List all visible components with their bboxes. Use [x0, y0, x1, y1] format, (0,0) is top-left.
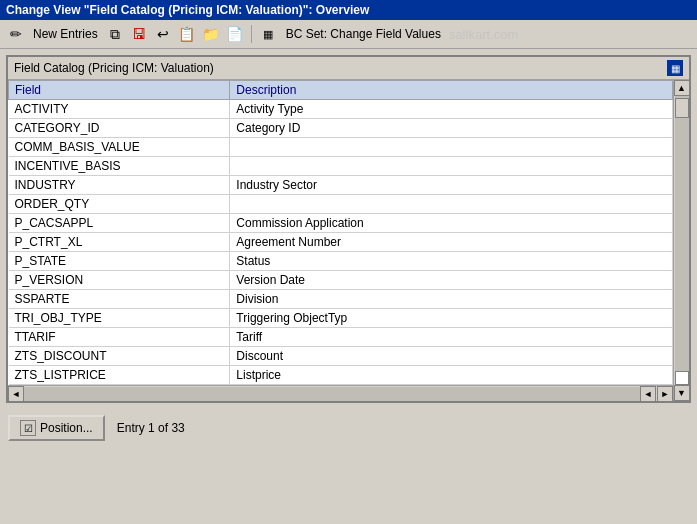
cell-field: P_VERSION	[9, 271, 230, 290]
bc-icon: ▦	[258, 24, 278, 44]
cell-description: Triggering ObjectTyp	[230, 309, 673, 328]
horizontal-scrollbar: ◄ ◄ ►	[8, 385, 673, 401]
cell-description: Agreement Number	[230, 233, 673, 252]
position-icon: ☑	[20, 420, 36, 436]
table-row[interactable]: ACTIVITYActivity Type	[9, 100, 673, 119]
table-header-row: Field Catalog (Pricing ICM: Valuation) ▦	[8, 57, 689, 80]
cell-description: Status	[230, 252, 673, 271]
h-scroll-track[interactable]	[24, 387, 640, 401]
watermark: sallkart.com	[449, 27, 518, 42]
h-scroll-left-btn[interactable]: ◄	[8, 386, 24, 402]
cell-description: Category ID	[230, 119, 673, 138]
bc-set-label: BC Set: Change Field Values	[286, 27, 441, 41]
toolbar: ✏ New Entries ⧉ 🖫 ↩ 📋 📁 📄 ▦ BC Set: Chan…	[0, 20, 697, 49]
cell-description	[230, 195, 673, 214]
table-row[interactable]: CATEGORY_IDCategory ID	[9, 119, 673, 138]
cell-description: Activity Type	[230, 100, 673, 119]
table-row[interactable]: ORDER_QTY	[9, 195, 673, 214]
cell-description: Version Date	[230, 271, 673, 290]
table-row[interactable]: P_STATEStatus	[9, 252, 673, 271]
cell-description	[230, 138, 673, 157]
table-container: Field Catalog (Pricing ICM: Valuation) ▦…	[6, 55, 691, 403]
position-label: Position...	[40, 421, 93, 435]
scroll-thumb[interactable]	[675, 98, 689, 118]
cell-field: P_CTRT_XL	[9, 233, 230, 252]
cell-description: Discount	[230, 347, 673, 366]
col-header-field: Field	[9, 81, 230, 100]
data-grid: Field Description ACTIVITYActivity TypeC…	[8, 80, 673, 385]
cell-field: ORDER_QTY	[9, 195, 230, 214]
table-row[interactable]: P_CACSAPPLCommission Application	[9, 214, 673, 233]
pencil-icon: ✏	[6, 24, 26, 44]
cell-description: Listprice	[230, 366, 673, 385]
table-row[interactable]: INCENTIVE_BASIS	[9, 157, 673, 176]
small-box	[675, 371, 689, 385]
cell-field: SSPARTE	[9, 290, 230, 309]
table-row[interactable]: P_CTRT_XLAgreement Number	[9, 233, 673, 252]
cell-field: TRI_OBJ_TYPE	[9, 309, 230, 328]
cell-description: Commission Application	[230, 214, 673, 233]
h-scroll-right-btns: ◄ ►	[640, 386, 673, 402]
table-row[interactable]: INDUSTRYIndustry Sector	[9, 176, 673, 195]
separator	[251, 25, 252, 43]
cell-description: Industry Sector	[230, 176, 673, 195]
bottom-bar: ☑ Position... Entry 1 of 33	[0, 409, 697, 447]
cell-field: ZTS_DISCOUNT	[9, 347, 230, 366]
vertical-scrollbar: ▲ ▼	[673, 80, 689, 401]
save-icon[interactable]: 🖫	[129, 24, 149, 44]
doc-icon[interactable]: 📄	[225, 24, 245, 44]
title-text: Change View "Field Catalog (Pricing ICM:…	[6, 3, 369, 17]
main-content: Field Catalog (Pricing ICM: Valuation) ▦…	[0, 49, 697, 409]
col-header-description: Description	[230, 81, 673, 100]
table-row[interactable]: P_VERSIONVersion Date	[9, 271, 673, 290]
clipboard-icon[interactable]: 📋	[177, 24, 197, 44]
cell-field: ZTS_LISTPRICE	[9, 366, 230, 385]
scroll-up-btn[interactable]: ▲	[674, 80, 690, 96]
scrollbar-area: Field Description ACTIVITYActivity TypeC…	[8, 80, 689, 401]
folder-icon[interactable]: 📁	[201, 24, 221, 44]
cell-field: ACTIVITY	[9, 100, 230, 119]
cell-field: INDUSTRY	[9, 176, 230, 195]
copy-icon[interactable]: ⧉	[105, 24, 125, 44]
table-panel-title: Field Catalog (Pricing ICM: Valuation)	[14, 61, 214, 75]
scroll-track	[675, 96, 689, 371]
cell-description: Tariff	[230, 328, 673, 347]
table-row[interactable]: TTARIFTariff	[9, 328, 673, 347]
cell-field: COMM_BASIS_VALUE	[9, 138, 230, 157]
entry-info: Entry 1 of 33	[117, 421, 185, 435]
table-row[interactable]: TRI_OBJ_TYPETriggering ObjectTyp	[9, 309, 673, 328]
cell-field: P_CACSAPPL	[9, 214, 230, 233]
position-button[interactable]: ☑ Position...	[8, 415, 105, 441]
cell-description	[230, 157, 673, 176]
scroll-down-btn[interactable]: ▼	[674, 385, 690, 401]
table-row[interactable]: ZTS_DISCOUNTDiscount	[9, 347, 673, 366]
cell-field: CATEGORY_ID	[9, 119, 230, 138]
cell-field: INCENTIVE_BASIS	[9, 157, 230, 176]
table-row[interactable]: ZTS_LISTPRICEListprice	[9, 366, 673, 385]
undo-icon[interactable]: ↩	[153, 24, 173, 44]
title-bar: Change View "Field Catalog (Pricing ICM:…	[0, 0, 697, 20]
cell-field: TTARIF	[9, 328, 230, 347]
new-entries-button[interactable]: New Entries	[30, 26, 101, 42]
table-scroll-wrapper: Field Description ACTIVITYActivity TypeC…	[8, 80, 673, 401]
grid-icon[interactable]: ▦	[667, 60, 683, 76]
h-scroll-right-btn1[interactable]: ◄	[640, 386, 656, 402]
table-row[interactable]: COMM_BASIS_VALUE	[9, 138, 673, 157]
new-entries-label: New Entries	[33, 27, 98, 41]
table-row[interactable]: SSPARTEDivision	[9, 290, 673, 309]
cell-description: Division	[230, 290, 673, 309]
cell-field: P_STATE	[9, 252, 230, 271]
h-scroll-right-btn2[interactable]: ►	[657, 386, 673, 402]
